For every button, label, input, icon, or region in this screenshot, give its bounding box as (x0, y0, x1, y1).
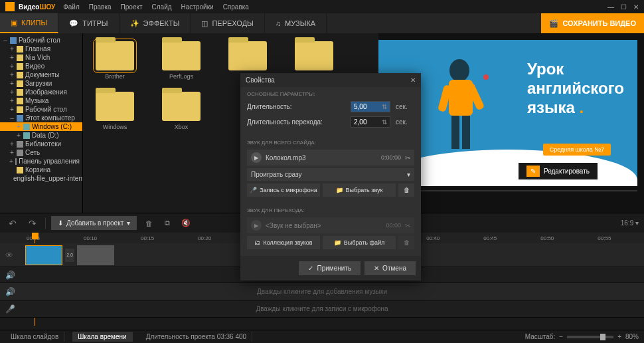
expand-icon[interactable]: + (9, 71, 15, 78)
close-icon[interactable]: ✕ (410, 76, 416, 84)
redo-icon[interactable]: ↷ (25, 216, 40, 231)
folder-item[interactable]: Xbox (157, 92, 205, 130)
tree-node[interactable]: +Библиотеки (0, 140, 82, 148)
folder-icon (162, 41, 201, 70)
scissors-icon[interactable]: ✂ (405, 154, 410, 162)
app-name: ВидеоШОУ (19, 3, 55, 11)
expand-icon[interactable]: + (9, 62, 15, 70)
folder-icon (17, 46, 23, 53)
dialog-title-bar[interactable]: Свойства ✕ (240, 73, 421, 87)
expand-icon[interactable]: + (9, 54, 15, 61)
tab-переходы[interactable]: ◫ПЕРЕХОДЫ (191, 13, 264, 33)
transition-duration-input[interactable]: 2,00⇅ (351, 116, 390, 128)
menu-item[interactable]: Справка (223, 3, 249, 11)
tab-эффекты[interactable]: ✨ЭФФЕКТЫ (120, 13, 191, 33)
expand-icon[interactable]: + (9, 45, 15, 53)
pencil-icon: ✎ (526, 166, 540, 177)
tree-node[interactable]: +Windows (C:) (0, 122, 82, 131)
tree-node[interactable]: +Сеть (0, 148, 82, 157)
mic-icon[interactable]: 🎤 (5, 304, 20, 314)
tree-node[interactable]: +Главная (0, 45, 82, 53)
tree-node[interactable]: +Видео (0, 62, 82, 70)
close-icon[interactable]: ✕ (633, 3, 639, 11)
tree-node[interactable]: +Панель управления (0, 157, 82, 166)
tree-node[interactable]: –Рабочий стол (0, 36, 82, 45)
expand-icon[interactable]: + (9, 158, 13, 165)
folder-item[interactable]: Windows (91, 92, 139, 130)
tab-клипы[interactable]: ▣КЛИПЫ (0, 13, 58, 33)
edit-overlay[interactable]: ✎ Редактировать (519, 163, 598, 179)
mute-icon[interactable]: 🔇 (179, 219, 193, 227)
clip-2[interactable] (77, 245, 114, 265)
music-track[interactable]: 🔊 Дважды кликните для добавления музыки (0, 283, 644, 300)
transition-marker[interactable]: 2.0 (65, 249, 74, 262)
tree-node[interactable]: +Nia Vlch (0, 53, 82, 62)
expand-icon[interactable]: + (9, 149, 15, 156)
disk-icon (15, 158, 17, 165)
expand-icon[interactable]: + (16, 132, 21, 139)
record-mic-button[interactable]: 🎤Запись с микрофона (247, 183, 320, 197)
eye-icon[interactable]: 👁 (5, 251, 20, 260)
menu-item[interactable]: Файл (63, 3, 80, 11)
play-icon[interactable]: ▶ (251, 152, 262, 163)
zoom-in-icon[interactable]: + (617, 333, 621, 340)
playhead-icon[interactable] (32, 233, 39, 239)
zoom-slider[interactable] (567, 336, 613, 338)
add-to-project-button[interactable]: ⬇ Добавить в проект ▾ (51, 216, 137, 230)
expand-icon[interactable]: – (9, 114, 15, 122)
menu-item[interactable]: Настройки (181, 3, 214, 11)
expand-icon[interactable]: + (16, 123, 21, 130)
audio-item[interactable]: ▶ Колокол.mp3 0:00:00 ✂ (247, 150, 414, 166)
minimize-icon[interactable]: — (607, 3, 614, 11)
select-sound-button[interactable]: 📁Выбрать звук (323, 183, 396, 197)
menu-item[interactable]: Слайд (152, 3, 172, 11)
menu-item[interactable]: Правка (89, 3, 112, 11)
scissors-icon[interactable]: ✂ (405, 222, 410, 229)
apply-button[interactable]: ✓Применить (299, 261, 361, 275)
play-mode-select[interactable]: Проиграть сразу▾ (247, 168, 414, 181)
speaker-icon[interactable]: 🔊 (5, 271, 20, 280)
folder-item[interactable]: PerfLogs (157, 41, 205, 80)
expand-icon[interactable]: + (9, 97, 15, 104)
delete-audio-button[interactable]: 🗑 (398, 183, 414, 197)
tree-node[interactable]: +Документы (0, 70, 82, 79)
folder-item[interactable]: Brother (91, 41, 139, 80)
clip-1[interactable] (25, 245, 62, 265)
mic-track[interactable]: 🎤 Дважды кликните для записи с микрофона (0, 300, 644, 318)
undo-icon[interactable]: ↶ (5, 216, 20, 231)
tree-node[interactable]: +Музыка (0, 96, 82, 105)
copy-icon[interactable]: ⧉ (161, 219, 174, 227)
play-icon[interactable]: ▶ (251, 220, 262, 231)
duration-input[interactable]: 5,00⇅ (351, 101, 390, 112)
tab-time-scale[interactable]: Шкала времени (72, 332, 132, 342)
menu-item[interactable]: Проект (121, 3, 143, 11)
expand-icon[interactable]: – (3, 37, 8, 44)
audio-item-empty[interactable]: ▶ <Звук не выбран> 00:00 ✂ (247, 217, 414, 233)
expand-icon[interactable]: + (9, 80, 15, 87)
tree-node[interactable]: english-file_upper-intermed (0, 174, 82, 183)
delete-audio-button[interactable]: 🗑 (398, 236, 414, 249)
cancel-button[interactable]: ✕Отмена (364, 261, 416, 275)
delete-icon[interactable]: 🗑 (142, 219, 155, 227)
tree-node[interactable]: –Этот компьютер (0, 114, 82, 122)
tree-node[interactable]: Корзина (0, 166, 82, 174)
zoom-out-icon[interactable]: − (559, 333, 563, 340)
expand-icon[interactable]: + (9, 106, 15, 113)
expand-icon[interactable]: + (9, 140, 15, 148)
maximize-icon[interactable]: ☐ (621, 3, 627, 11)
tab-титры[interactable]: 💬ТИТРЫ (58, 13, 119, 33)
save-video-button[interactable]: 🎬 СОХРАНИТЬ ВИДЕО (541, 13, 644, 33)
chevron-down-icon: ▾ (407, 171, 410, 178)
tab-музыка[interactable]: ♫МУЗЫКА (265, 13, 327, 33)
tab-slides-scale[interactable]: Шкала слайдов (5, 332, 64, 342)
tree-node[interactable]: +Изображения (0, 88, 82, 96)
select-file-button[interactable]: 📁Выбрать файл (323, 236, 396, 249)
aspect-ratio[interactable]: 16:9 ▾ (621, 219, 639, 227)
tree-node[interactable]: +Рабочий стол (0, 105, 82, 114)
tree-node[interactable]: +Загрузки (0, 79, 82, 88)
expand-icon[interactable]: + (9, 88, 15, 96)
tab-icon: ▣ (11, 19, 17, 27)
sound-collection-button[interactable]: 🗂Коллекция звуков (247, 236, 320, 249)
tree-node[interactable]: +Data (D:) (0, 131, 82, 140)
speaker-icon[interactable]: 🔊 (5, 287, 20, 296)
